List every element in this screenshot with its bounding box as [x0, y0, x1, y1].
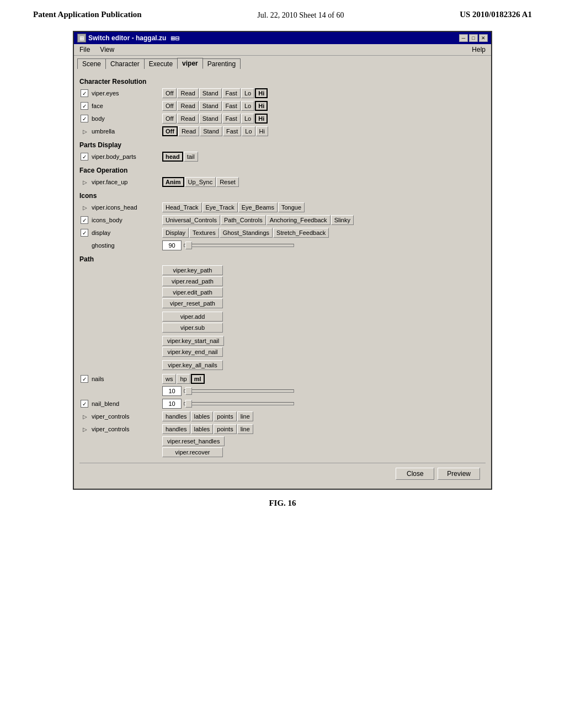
body-stand[interactable]: Stand: [199, 114, 222, 124]
body-hi[interactable]: Hi: [255, 114, 268, 124]
body-lo[interactable]: Lo: [241, 114, 254, 124]
path-btn-key-all-nails[interactable]: viper.key_all_nails: [162, 360, 223, 370]
display-stretch-feedback[interactable]: Stretch_Feedback: [273, 228, 329, 238]
umbrella-stand[interactable]: Stand: [200, 126, 222, 136]
body-fast[interactable]: Fast: [222, 114, 241, 124]
viper-eyes-lo[interactable]: Lo: [241, 88, 254, 98]
viper-eyes-hi[interactable]: Hi: [255, 88, 268, 98]
display-textures[interactable]: Textures: [189, 228, 219, 238]
nail-blend-value-input[interactable]: [162, 399, 182, 409]
nails-ml[interactable]: ml: [191, 374, 205, 384]
icons-head-track[interactable]: Head_Track: [162, 202, 202, 212]
face-stand[interactable]: Stand: [199, 101, 222, 111]
main-panel: Character Resolution ✓ viper.eyes Off Re…: [74, 69, 491, 489]
icons-path-controls[interactable]: Path_Controls: [221, 215, 266, 225]
tab-parenting[interactable]: Parenting: [202, 58, 241, 69]
maximize-button[interactable]: □: [469, 34, 478, 42]
parts-tail[interactable]: tail: [184, 152, 198, 162]
checkbox-face[interactable]: ✓: [81, 102, 88, 110]
preview-button[interactable]: Preview: [438, 468, 480, 480]
body-off[interactable]: Off: [162, 114, 177, 124]
umbrella-read[interactable]: Read: [178, 126, 199, 136]
ghosting-slider-handle[interactable]: [185, 242, 192, 249]
icons-body-label: icons_body: [90, 217, 162, 223]
viper-controls-2-label: viper_controls: [90, 426, 162, 432]
help-menu[interactable]: Help: [470, 45, 488, 54]
tab-execute[interactable]: Execute: [144, 58, 178, 69]
vc1-line[interactable]: line: [237, 411, 253, 421]
ghosting-slider-track[interactable]: [184, 244, 294, 247]
checkbox-nail-blend[interactable]: ✓: [81, 400, 88, 408]
vc2-points[interactable]: points: [214, 424, 236, 434]
checkbox-icons-body[interactable]: ✓: [81, 216, 88, 224]
display-ghost-standings[interactable]: Ghost_Standings: [220, 228, 273, 238]
face-hi[interactable]: Hi: [255, 101, 268, 111]
face-up-reset[interactable]: Reset: [216, 177, 239, 187]
path-btn-edit-path[interactable]: viper.edit_path: [162, 287, 223, 297]
vc2-line[interactable]: line: [237, 424, 253, 434]
nail-blend-slider-handle[interactable]: [185, 400, 192, 408]
checkbox-nails[interactable]: ✓: [81, 375, 88, 383]
nails-ws[interactable]: ws: [162, 374, 176, 384]
minimize-button[interactable]: ─: [459, 34, 468, 42]
path-btn-reset-path[interactable]: viper_reset_path: [162, 298, 223, 308]
icons-universal-controls[interactable]: Universal_Controls: [162, 215, 220, 225]
close-button[interactable]: ✕: [479, 34, 488, 42]
tab-scene[interactable]: Scene: [77, 58, 106, 69]
face-fast[interactable]: Fast: [222, 101, 241, 111]
viper-eyes-stand[interactable]: Stand: [199, 88, 222, 98]
tab-character[interactable]: Character: [105, 58, 145, 69]
icons-slinky[interactable]: Slinky: [331, 215, 354, 225]
vc1-handles[interactable]: handles: [162, 411, 190, 421]
icons-anchoring-feedback[interactable]: Anchoring_Feedback: [266, 215, 331, 225]
nails-value-input[interactable]: [162, 386, 182, 396]
face-read[interactable]: Read: [177, 101, 198, 111]
path-btn-sub[interactable]: viper.sub: [162, 323, 223, 333]
path-buttons-group2: viper.add viper.sub: [162, 312, 486, 334]
nails-hp[interactable]: hp: [177, 374, 190, 384]
face-up-sync[interactable]: Up_Sync: [185, 177, 216, 187]
path-btn-recover[interactable]: viper.recover: [162, 447, 223, 457]
face-lo[interactable]: Lo: [241, 101, 254, 111]
path-btn-key-end-nail[interactable]: viper.key_end_nail: [162, 347, 223, 357]
nails-slider-handle[interactable]: [185, 387, 192, 395]
checkbox-viper-body-parts[interactable]: ✓: [81, 153, 88, 160]
body-read[interactable]: Read: [177, 114, 198, 124]
viper-eyes-controls: Off Read Stand Fast Lo Hi: [162, 88, 268, 98]
vc1-points[interactable]: points: [214, 411, 236, 421]
path-btn-key-path[interactable]: viper.key_path: [162, 265, 223, 275]
tab-viper[interactable]: viper: [177, 58, 203, 69]
file-menu[interactable]: File: [77, 45, 92, 54]
parts-head[interactable]: head: [162, 152, 183, 162]
icons-eye-track[interactable]: Eye_Track: [202, 202, 238, 212]
ghosting-label: ghosting: [90, 242, 162, 249]
viper-eyes-fast[interactable]: Fast: [222, 88, 241, 98]
umbrella-lo[interactable]: Lo: [242, 126, 255, 136]
umbrella-off[interactable]: Off: [162, 126, 178, 136]
checkbox-body[interactable]: ✓: [81, 115, 88, 122]
display-btn[interactable]: Display: [162, 228, 189, 238]
close-button[interactable]: Close: [396, 468, 434, 480]
umbrella-hi[interactable]: Hi: [256, 126, 268, 136]
vc1-lables[interactable]: lables: [191, 411, 214, 421]
path-btn-key-start-nail[interactable]: viper.key_start_nail: [162, 336, 224, 346]
face-up-anim[interactable]: Anim: [162, 177, 184, 187]
ghosting-value-input[interactable]: [162, 240, 182, 250]
nail-blend-slider-track[interactable]: [184, 402, 294, 405]
face-off[interactable]: Off: [162, 101, 177, 111]
path-btn-add[interactable]: viper.add: [162, 312, 223, 322]
checkbox-viper-eyes[interactable]: ✓: [81, 89, 88, 97]
menubar: File View Help: [74, 44, 491, 56]
vc2-handles[interactable]: handles: [162, 424, 190, 434]
checkbox-display[interactable]: ✓: [81, 229, 88, 237]
viper-eyes-read[interactable]: Read: [177, 88, 198, 98]
path-btn-read-path[interactable]: viper.read_path: [162, 276, 223, 286]
nails-slider-track[interactable]: [184, 389, 294, 393]
icons-eye-beams[interactable]: Eye_Beams: [238, 202, 278, 212]
icons-tongue[interactable]: Tongue: [278, 202, 305, 212]
view-menu[interactable]: View: [98, 45, 116, 54]
umbrella-fast[interactable]: Fast: [223, 126, 241, 136]
vc2-lables[interactable]: lables: [191, 424, 214, 434]
path-btn-reset-handles[interactable]: viper.reset_handles: [162, 436, 225, 446]
viper-eyes-off[interactable]: Off: [162, 88, 177, 98]
